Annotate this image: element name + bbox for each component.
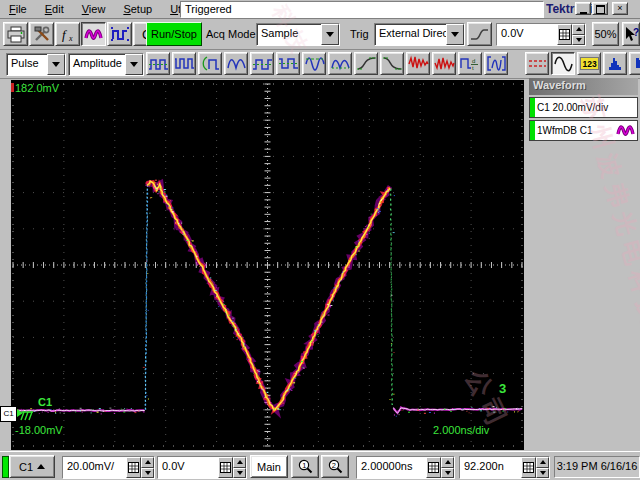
waveform-speck <box>160 188 161 189</box>
timebase-main-button[interactable]: Main <box>250 455 288 478</box>
spin-down-button[interactable] <box>536 468 549 479</box>
keypad-icon[interactable] <box>126 457 141 478</box>
waveform-speck <box>162 194 163 195</box>
waveform-speck <box>148 399 149 400</box>
svg-text:f: f <box>62 27 68 42</box>
vertical-offset-input[interactable]: 0.0V <box>158 457 218 478</box>
measure-fall-time-button[interactable] <box>380 52 404 75</box>
chevron-down-icon[interactable] <box>446 24 464 45</box>
waveform-speck <box>330 305 332 306</box>
print-button[interactable] <box>3 22 28 46</box>
waveform-speck <box>244 344 245 345</box>
measure-positive-duty-button[interactable] <box>250 52 274 75</box>
fall-time-icon <box>382 55 403 72</box>
menu-setup[interactable]: Setup <box>114 1 161 17</box>
measure-negative-duty-button[interactable] <box>276 52 300 75</box>
waveform-speck <box>101 413 102 414</box>
minimize-button[interactable] <box>575 2 591 15</box>
cursors-button[interactable] <box>525 52 549 75</box>
measure-delay-button[interactable]: dt <box>458 52 482 75</box>
spin-down-button[interactable] <box>441 468 454 479</box>
measure-mean-button[interactable] <box>302 52 326 75</box>
label-123-icon: 123 <box>579 55 600 72</box>
spin-down-button[interactable] <box>572 35 585 46</box>
measure-negative-width-button[interactable] <box>172 52 196 75</box>
waveform-row-1[interactable]: C1 20.00mV/div <box>529 97 638 118</box>
run-stop-button[interactable]: Run/Stop <box>146 22 202 46</box>
measure-rise-time-button[interactable] <box>354 52 378 75</box>
horizontal-scale-input[interactable]: 2.00000ns <box>357 457 426 478</box>
waveform-speck <box>393 232 395 233</box>
bottom-voltage-label: -18.00mV <box>15 424 63 436</box>
spin-up-button[interactable] <box>572 24 585 35</box>
measure-cycle-rms-button[interactable] <box>328 52 352 75</box>
menu-view[interactable]: View <box>73 1 115 17</box>
trigger-level-input[interactable]: 0.0V <box>497 24 557 45</box>
measure-burst-width-button[interactable] <box>198 52 222 75</box>
channel-select-button[interactable]: C1 <box>9 455 55 478</box>
waveform-row-label: 1WfmDB C1 <box>535 125 593 136</box>
measure-category-select[interactable]: Pulse <box>6 53 66 76</box>
measurement-readout-button[interactable]: 123 <box>577 52 601 75</box>
waveform-speck <box>365 226 366 227</box>
waveform-speck <box>279 409 281 410</box>
waveform-speck <box>263 389 264 390</box>
vertical-scale-input[interactable]: 20.00mV/ <box>63 457 126 478</box>
acquisition-button[interactable] <box>107 22 132 46</box>
keypad-icon[interactable] <box>521 457 536 478</box>
waveform-row-2[interactable]: 1WfmDB C1 <box>529 120 638 141</box>
keypad-icon <box>220 462 231 473</box>
zoom-1-button[interactable]: 1 <box>291 455 319 478</box>
waveform-speck <box>157 184 158 185</box>
menu-file[interactable]: File <box>0 1 36 17</box>
measure-type-select[interactable]: Amplitude <box>68 53 144 76</box>
chevron-down-icon[interactable] <box>125 54 143 75</box>
spin-up-button[interactable] <box>441 457 454 468</box>
horizontal-position-input[interactable]: 92.200n <box>460 457 521 478</box>
trig-source-select[interactable]: External Direct <box>374 23 465 46</box>
spin-up-button[interactable] <box>536 457 549 468</box>
waveform-speck <box>434 413 435 414</box>
spin-up-button[interactable] <box>233 457 246 468</box>
trigger-slope-button[interactable] <box>467 22 492 46</box>
set-level-50-button[interactable]: 50% <box>592 22 619 46</box>
spin-down-button[interactable] <box>233 468 246 479</box>
waveform-speck <box>248 359 249 360</box>
waveform-speck <box>237 339 238 340</box>
channel-1-marker[interactable]: C1 <box>0 406 17 422</box>
waveform-database-button[interactable] <box>81 22 106 46</box>
restore-button[interactable] <box>592 2 608 15</box>
close-button[interactable]: × <box>612 2 628 15</box>
measure-jitter-button[interactable] <box>406 52 430 75</box>
spin-down-button[interactable] <box>141 468 154 479</box>
waveform-speck <box>75 411 76 412</box>
chevron-down-icon[interactable] <box>321 24 339 45</box>
waveform-speck <box>502 411 504 412</box>
keypad-icon[interactable] <box>218 457 233 478</box>
waveform-speck <box>156 188 158 189</box>
waveform-speck <box>232 326 234 327</box>
waveform-view-button[interactable] <box>551 52 575 75</box>
waveform-speck <box>233 318 234 319</box>
waveform-speck <box>182 234 184 235</box>
histogram-vertical-button[interactable] <box>603 52 627 75</box>
measure-period-button[interactable] <box>224 52 248 75</box>
acq-mode-select[interactable]: Sample <box>256 23 340 46</box>
chevron-down-icon[interactable] <box>47 54 65 75</box>
waveform-speck <box>310 342 312 343</box>
measure-phase-button[interactable] <box>484 52 508 75</box>
waveform-speck <box>301 361 303 362</box>
keypad-icon[interactable] <box>557 24 572 45</box>
keypad-icon[interactable] <box>426 457 441 478</box>
measure-noise-button[interactable] <box>432 52 456 75</box>
context-help-button[interactable]: ? <box>622 22 640 46</box>
math-fx-button[interactable]: fx <box>55 22 80 46</box>
zoom-2-button[interactable]: 2 <box>321 455 349 478</box>
waveform-speck <box>393 394 394 395</box>
waveform-trace-main-lobe <box>149 182 390 411</box>
menu-edit[interactable]: Edit <box>36 1 73 17</box>
tools-button[interactable] <box>29 22 54 46</box>
spin-up-button[interactable] <box>141 457 154 468</box>
measure-positive-width-button[interactable] <box>146 52 170 75</box>
histogram-horizontal-button[interactable] <box>629 52 640 75</box>
